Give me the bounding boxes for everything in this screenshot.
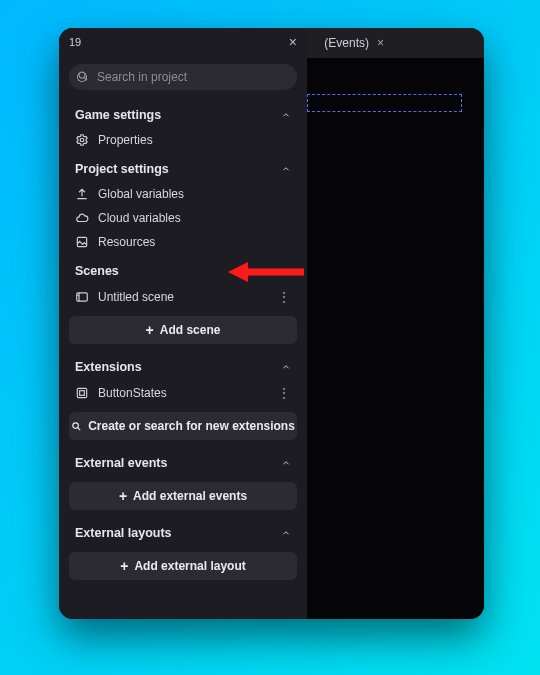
section-label: External layouts [75, 526, 172, 540]
project-panel: 19 × Game settings Properties Project se… [59, 28, 307, 619]
section-label: Project settings [75, 162, 169, 176]
section-label: Game settings [75, 108, 161, 122]
tab-label: (Events) [324, 36, 369, 50]
panel-content: Game settings Properties Project setting… [59, 94, 307, 619]
row-label: Global variables [98, 187, 184, 201]
search-wrap [59, 56, 307, 94]
plus-icon: + [146, 323, 154, 337]
editor-area [307, 58, 484, 619]
more-icon[interactable]: ⋮ [277, 385, 291, 401]
plus-icon: + [120, 559, 128, 573]
svg-point-2 [80, 138, 84, 142]
section-label: External events [75, 456, 167, 470]
row-resources[interactable]: Resources [59, 230, 307, 254]
chevron-up-icon [281, 164, 291, 174]
scene-icon [75, 290, 89, 304]
row-label: Properties [98, 133, 153, 147]
row-extension[interactable]: ButtonStates ⋮ [59, 380, 307, 406]
svg-line-8 [78, 427, 81, 430]
section-game-settings[interactable]: Game settings [59, 98, 307, 128]
selection-marquee [307, 94, 462, 112]
row-label: Cloud variables [98, 211, 181, 225]
search-extensions-button[interactable]: Create or search for new extensions [69, 412, 297, 440]
row-label: ButtonStates [98, 386, 167, 400]
search-input[interactable] [69, 64, 297, 90]
row-scene[interactable]: Untitled scene ⋮ [59, 284, 307, 310]
extension-icon [75, 386, 89, 400]
row-global-variables[interactable]: Global variables [59, 182, 307, 206]
add-external-layout-button[interactable]: +Add external layout [69, 552, 297, 580]
panel-title: 19 [69, 36, 81, 48]
add-external-events-button[interactable]: +Add external events [69, 482, 297, 510]
resources-icon [75, 235, 89, 249]
close-icon[interactable]: × [377, 36, 384, 50]
section-extensions[interactable]: Extensions [59, 350, 307, 380]
close-icon[interactable]: × [289, 34, 297, 50]
cloud-icon [75, 211, 89, 225]
svg-point-7 [73, 422, 79, 428]
add-scene-button[interactable]: +Add scene [69, 316, 297, 344]
chevron-up-icon [281, 266, 291, 276]
app-window: (Events) × 19 × Game settings Properties [59, 28, 484, 619]
button-label: Create or search for new extensions [88, 419, 295, 433]
section-project-settings[interactable]: Project settings [59, 152, 307, 182]
section-external-layouts[interactable]: External layouts [59, 516, 307, 546]
section-label: Extensions [75, 360, 142, 374]
panel-header: 19 × [59, 28, 307, 56]
svg-rect-5 [77, 388, 86, 397]
section-external-events[interactable]: External events [59, 446, 307, 476]
gear-icon [75, 133, 89, 147]
upload-icon [75, 187, 89, 201]
row-label: Resources [98, 235, 155, 249]
row-properties[interactable]: Properties [59, 128, 307, 152]
button-label: Add external events [133, 489, 247, 503]
section-label: Scenes [75, 264, 119, 278]
button-label: Add external layout [134, 559, 245, 573]
plus-icon: + [119, 489, 127, 503]
chevron-up-icon [281, 110, 291, 120]
tab-events[interactable]: (Events) × [314, 32, 394, 54]
svg-rect-4 [77, 293, 88, 301]
chevron-up-icon [281, 458, 291, 468]
button-label: Add scene [160, 323, 221, 337]
section-scenes[interactable]: Scenes [59, 254, 307, 284]
svg-rect-6 [80, 391, 85, 396]
more-icon[interactable]: ⋮ [277, 289, 291, 305]
row-cloud-variables[interactable]: Cloud variables [59, 206, 307, 230]
chevron-up-icon [281, 362, 291, 372]
row-label: Untitled scene [98, 290, 174, 304]
search-icon [71, 421, 82, 432]
chevron-up-icon [281, 528, 291, 538]
